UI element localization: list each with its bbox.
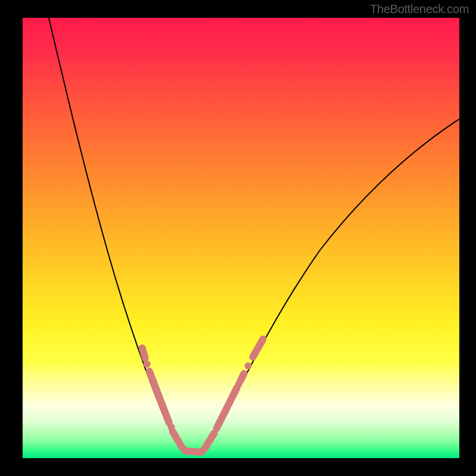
chart-svg <box>23 18 459 458</box>
svg-line-5 <box>218 388 237 426</box>
svg-line-3 <box>186 451 201 452</box>
svg-line-4 <box>205 433 214 449</box>
svg-point-16 <box>259 336 267 343</box>
chart-plot-area <box>23 18 459 458</box>
svg-line-6 <box>240 374 244 381</box>
bottleneck-curve <box>49 18 459 454</box>
highlight-segments <box>142 339 263 452</box>
svg-point-10 <box>168 424 175 431</box>
watermark-text: TheBottleneck.com <box>370 2 469 16</box>
svg-point-13 <box>213 425 220 432</box>
svg-point-14 <box>235 381 242 388</box>
svg-point-12 <box>199 447 206 454</box>
svg-point-8 <box>139 345 146 352</box>
svg-line-1 <box>149 371 169 422</box>
svg-point-15 <box>245 362 252 369</box>
svg-line-2 <box>173 431 182 447</box>
svg-point-11 <box>181 446 188 453</box>
svg-point-9 <box>143 361 151 368</box>
